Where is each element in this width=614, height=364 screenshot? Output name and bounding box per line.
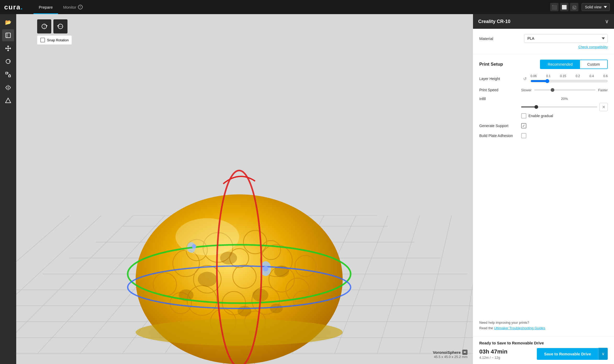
- svg-point-73: [263, 266, 268, 271]
- toolbar-buttons: [37, 19, 72, 33]
- infill-fill: [521, 106, 536, 107]
- generate-support-control: ✓: [521, 123, 608, 128]
- print-speed-row: Print Speed Slower Faster: [479, 88, 608, 92]
- layer-tick-4: 0.4: [589, 74, 594, 78]
- sidebar-item-mirror[interactable]: [2, 82, 14, 94]
- generate-support-checkbox[interactable]: ✓: [521, 123, 526, 128]
- svg-point-74: [192, 244, 196, 248]
- sidebar-item-select[interactable]: [2, 29, 14, 41]
- sidebar-item-support[interactable]: [2, 95, 14, 107]
- top-view-icon[interactable]: ⬜: [560, 3, 568, 11]
- save-button-group: Save to Removable Drive ∨: [537, 348, 608, 360]
- help-text-line1: Need help improving your prints?: [479, 321, 529, 325]
- view-mode-select[interactable]: Solid view X-Ray Layers Preview: [582, 3, 610, 11]
- save-bar: Ready to Save to Removable Drive 03h 47m…: [473, 336, 614, 364]
- viewport-toolbar: Snap Rotation: [37, 19, 72, 44]
- rotate-y-button[interactable]: [53, 19, 67, 33]
- side-view-icon[interactable]: ◱: [570, 3, 578, 11]
- model-dimensions: 45.5 x 45.0 x 25.2 mm: [433, 355, 467, 359]
- material-row: Material PLA: [479, 34, 608, 43]
- print-setup-section: Print Setup Recommended Custom Layer Hei…: [473, 54, 614, 316]
- infill-control: 20% ✕ Enable gradual: [521, 97, 608, 118]
- infill-thumb: [534, 105, 538, 109]
- svg-point-61: [220, 252, 237, 264]
- enable-gradual-checkbox[interactable]: [521, 113, 526, 118]
- app-logo: cura.: [4, 3, 23, 11]
- infill-track-row: ✕: [521, 103, 608, 111]
- print-speed-label: Print Speed: [479, 88, 521, 92]
- speed-slower-label: Slower: [521, 88, 532, 92]
- model-name-text: VoronoiSphere: [433, 350, 461, 355]
- printer-header[interactable]: Creality CR-10 ∨: [473, 14, 614, 29]
- printer-name: Creality CR-10: [478, 19, 510, 24]
- logo-dot: .: [21, 3, 23, 11]
- build-plate-label: Build Plate Adhesion: [479, 134, 521, 138]
- viewport[interactable]: Snap Rotation VoronoiSphere ✏ 45.5 x 45.…: [16, 14, 473, 364]
- sidebar: 📂: [0, 14, 16, 364]
- tab-custom[interactable]: Custom: [580, 60, 607, 69]
- material-section: Material PLA Check compatibility: [473, 29, 614, 54]
- material-select[interactable]: PLA: [524, 34, 608, 43]
- generate-support-label: Generate Support: [479, 124, 521, 128]
- layer-height-input-row: ↺ 0.06 0.1 0.15 0.2 0.4 0.6: [521, 74, 608, 83]
- topbar: cura. Prepare Monitor ? ⬛ ⬜ ◱ Solid view…: [0, 0, 614, 14]
- enable-gradual-row: Enable gradual: [521, 113, 608, 118]
- model-info: VoronoiSphere ✏ 45.5 x 45.0 x 25.2 mm: [433, 350, 467, 359]
- infill-row: Infill 20% ✕ Enable gradual: [479, 97, 608, 118]
- monitor-help-icon[interactable]: ?: [78, 5, 83, 9]
- layer-tick-3: 0.2: [576, 74, 580, 78]
- troubleshooting-link[interactable]: Ultimaker Troubleshooting Guides: [494, 326, 545, 330]
- svg-rect-4: [9, 75, 10, 77]
- svg-rect-0: [6, 33, 10, 38]
- perspective-icon[interactable]: ⬛: [550, 3, 559, 11]
- rotate-x-button[interactable]: [37, 19, 51, 33]
- model-edit-button[interactable]: ✏: [462, 350, 467, 355]
- infill-track: [521, 106, 597, 107]
- infill-pattern-button[interactable]: ✕: [599, 103, 608, 111]
- print-speed-control: Slower Faster: [521, 88, 608, 92]
- printer-chevron-icon[interactable]: ∨: [605, 18, 609, 25]
- check-compatibility-link[interactable]: Check compatibility: [479, 45, 608, 49]
- 3d-scene: [16, 14, 473, 364]
- sidebar-item-move[interactable]: [2, 42, 14, 54]
- save-bar-title: Ready to Save to Removable Drive: [479, 341, 608, 345]
- infill-label: Infill: [479, 97, 521, 101]
- layer-tick-1: 0.1: [546, 74, 551, 78]
- right-panel: Creality CR-10 ∨ Material PLA Check comp…: [473, 14, 614, 364]
- print-stats: 03h 47min 4.12m / ~ 12g: [479, 348, 508, 360]
- sidebar-item-scale[interactable]: [2, 69, 14, 81]
- save-bar-row: 03h 47min 4.12m / ~ 12g Save to Removabl…: [479, 348, 608, 360]
- speed-row: Slower Faster: [521, 88, 608, 92]
- print-material: 4.12m / ~ 12g: [479, 356, 508, 360]
- tab-recommended[interactable]: Recommended: [540, 60, 580, 69]
- build-plate-checkbox[interactable]: [521, 133, 526, 138]
- svg-point-69: [136, 319, 343, 345]
- layer-height-label: Layer Height: [479, 77, 521, 81]
- save-to-drive-button[interactable]: Save to Removable Drive: [537, 348, 598, 360]
- save-dropdown-button[interactable]: ∨: [598, 348, 608, 360]
- layer-height-slider-container: 0.06 0.1 0.15 0.2 0.4 0.6: [531, 74, 608, 83]
- svg-rect-3: [6, 72, 8, 74]
- enable-gradual-label: Enable gradual: [528, 114, 553, 118]
- viewport-background: Snap Rotation VoronoiSphere ✏ 45.5 x 45.…: [16, 14, 473, 364]
- svg-point-66: [176, 218, 239, 255]
- view-icons: ⬛ ⬜ ◱: [550, 3, 578, 11]
- tab-monitor[interactable]: Monitor ?: [58, 0, 88, 14]
- svg-point-64: [238, 306, 251, 316]
- print-setup-header: Print Setup Recommended Custom: [479, 60, 608, 69]
- nav-tabs: Prepare Monitor ?: [33, 0, 88, 14]
- sidebar-item-open-file[interactable]: 📂: [2, 16, 14, 28]
- snap-rotation-checkbox[interactable]: [40, 38, 45, 42]
- speed-thumb: [551, 88, 554, 92]
- layer-height-control: ↺ 0.06 0.1 0.15 0.2 0.4 0.6: [521, 74, 608, 83]
- layer-tick-2: 0.15: [560, 74, 566, 78]
- layer-tick-5: 0.6: [603, 74, 608, 78]
- tab-prepare[interactable]: Prepare: [33, 0, 58, 14]
- layer-height-row: Layer Height ↺ 0.06 0.1 0.15 0.2 0.4 0.6: [479, 74, 608, 83]
- layer-height-slider[interactable]: [531, 79, 608, 83]
- svg-marker-8: [5, 98, 11, 103]
- material-label: Material: [479, 36, 493, 41]
- sidebar-item-rotate[interactable]: [2, 55, 14, 67]
- model-name-row: VoronoiSphere ✏: [433, 350, 467, 355]
- layer-height-reset-button[interactable]: ↺: [521, 75, 528, 82]
